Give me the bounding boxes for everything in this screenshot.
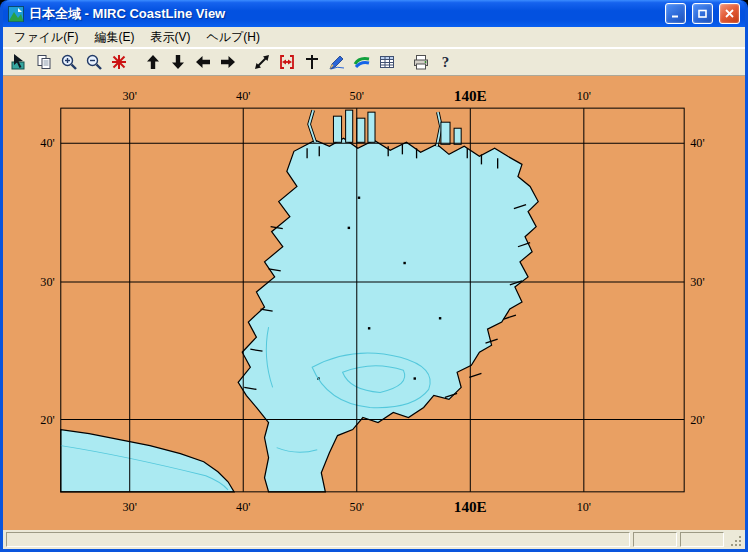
help-icon: ? [442,54,450,71]
print-button[interactable] [408,50,433,74]
bottom-label-140e: 140E [454,499,487,515]
coastline-style-icon [353,53,371,71]
pan-up-button[interactable] [140,50,165,74]
measure-button[interactable] [299,50,324,74]
menu-view[interactable]: 表示(V) [142,27,198,48]
pan-up-icon [144,53,162,71]
left-label-30: 30' [40,275,54,289]
pan-right-button[interactable] [215,50,240,74]
measure-icon [303,53,321,71]
help-button[interactable]: ? [433,50,458,74]
select-tool-button[interactable] [6,50,31,74]
titlebar[interactable]: 日本全域 - MIRC CoastLine View [3,0,745,27]
menubar: ファイル(F) 編集(E) 表示(V) ヘルプ(H) [3,27,745,48]
maximize-button[interactable] [692,3,713,24]
bottom-label-40: 40' [236,500,250,514]
copy-button[interactable] [31,50,56,74]
menu-help[interactable]: ヘルプ(H) [198,27,268,48]
zoom-window-icon [253,53,271,71]
minimize-button[interactable] [665,3,686,24]
toolbar: ? [3,48,745,76]
coastline-map[interactable]: 30' 40' 50' 140E 10' 30' 40' 50' 140E 10… [3,76,745,530]
zoom-out-icon [85,53,103,71]
app-icon [8,6,24,22]
draw-icon [328,53,346,71]
resize-grip[interactable] [727,532,743,548]
zoom-out-button[interactable] [81,50,106,74]
pan-left-button[interactable] [190,50,215,74]
zoom-window-button[interactable] [249,50,274,74]
top-label-30: 30' [123,89,137,103]
print-icon [412,53,430,71]
fit-extent-button[interactable] [274,50,299,74]
left-label-20: 20' [40,413,54,427]
pan-down-icon [169,53,187,71]
close-button[interactable] [719,3,740,24]
attribute-table-button[interactable] [374,50,399,74]
top-label-50: 50' [350,89,364,103]
copy-icon [35,53,53,71]
status-pane-2 [680,532,724,547]
top-label-10: 10' [577,89,591,103]
coastline-style-button[interactable] [349,50,374,74]
statusbar [3,530,745,549]
top-label-40: 40' [236,89,250,103]
bottom-label-10: 10' [577,500,591,514]
pan-left-icon [194,53,212,71]
right-label-30: 30' [690,275,704,289]
window-title: 日本全域 - MIRC CoastLine View [29,5,659,23]
menu-edit[interactable]: 編集(E) [86,27,142,48]
bottom-label-30: 30' [123,500,137,514]
app-window: 日本全域 - MIRC CoastLine View ファイル(F) 編集(E)… [0,0,748,552]
reset-view-icon [110,53,128,71]
bottom-label-50: 50' [350,500,364,514]
minimize-icon [671,9,680,18]
right-label-20: 20' [690,413,704,427]
fit-extent-icon [278,53,296,71]
top-label-140e: 140E [454,88,487,104]
maximize-icon [698,9,707,18]
menu-file[interactable]: ファイル(F) [6,27,86,48]
zoom-in-icon [60,53,78,71]
pan-right-icon [219,53,237,71]
reset-view-button[interactable] [106,50,131,74]
pan-down-button[interactable] [165,50,190,74]
zoom-in-button[interactable] [56,50,81,74]
resize-grip-icon [729,534,743,548]
select-tool-icon [10,53,28,71]
status-pane-1 [633,532,677,547]
draw-button[interactable] [324,50,349,74]
right-label-40: 40' [690,136,704,150]
map-viewport[interactable]: 30' 40' 50' 140E 10' 30' 40' 50' 140E 10… [3,76,745,530]
status-message-pane [6,532,630,547]
left-label-40: 40' [40,136,54,150]
attribute-table-icon [378,53,396,71]
close-icon [725,9,734,18]
